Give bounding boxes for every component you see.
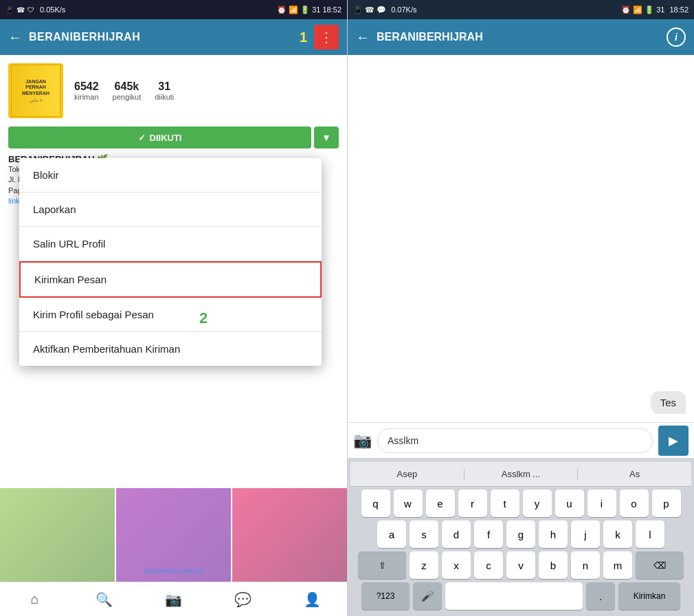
- key-space[interactable]: [445, 582, 583, 610]
- key-m[interactable]: m: [603, 551, 632, 579]
- suggestion-as[interactable]: As: [578, 469, 691, 479]
- send-button[interactable]: ▶: [658, 426, 689, 456]
- nav-search[interactable]: 🔍: [69, 582, 139, 617]
- notification-badge: 📱: [5, 6, 14, 14]
- key-mic[interactable]: 🎤: [413, 582, 442, 610]
- menu-item-salin-url[interactable]: Salin URL Profil: [19, 227, 322, 261]
- right-speed: 0.07K/s: [391, 6, 416, 14]
- key-v[interactable]: v: [506, 551, 535, 579]
- key-backspace[interactable]: ⌫: [636, 551, 684, 579]
- battery-icon: 🔋: [300, 6, 310, 14]
- right-battery-icon: 🔋: [645, 6, 654, 14]
- key-a[interactable]: a: [377, 520, 406, 548]
- key-t[interactable]: t: [491, 490, 519, 517]
- menu-item-blokir[interactable]: Blokir: [19, 158, 322, 192]
- key-h[interactable]: h: [539, 520, 568, 548]
- checkmark-icon: ✓: [138, 133, 146, 143]
- keyboard-row-4: ?123 🎤 . Kirimkan: [350, 582, 691, 610]
- alarm-icon: ⏰: [277, 6, 287, 14]
- right-status-left: 📱 ☎ 💬 0.07K/s: [353, 6, 417, 14]
- battery-percent: 31: [312, 6, 320, 14]
- key-g[interactable]: g: [506, 520, 535, 548]
- key-c[interactable]: c: [474, 551, 503, 579]
- follow-button[interactable]: ✓ DIIKUTI: [8, 126, 311, 148]
- key-b[interactable]: b: [539, 551, 568, 579]
- key-r[interactable]: r: [458, 490, 487, 517]
- right-alarm-icon: ⏰: [621, 6, 631, 14]
- key-y[interactable]: y: [523, 490, 552, 517]
- app-icon-2: 🛡: [27, 6, 34, 14]
- watermark: kusnendar.web.id: [144, 566, 203, 575]
- key-n[interactable]: n: [571, 551, 600, 579]
- key-i[interactable]: i: [587, 490, 616, 517]
- keyboard: Asep Asslkm ... As q w e r t y u i o p a…: [348, 458, 694, 616]
- follow-dropdown-button[interactable]: ▼: [314, 126, 339, 148]
- key-d[interactable]: d: [442, 520, 471, 548]
- suggestion-asslkm[interactable]: Asslkm ...: [464, 469, 579, 479]
- chevron-down-icon: ▼: [322, 132, 331, 143]
- key-p[interactable]: p: [652, 490, 681, 517]
- diikuti-count: 31: [155, 80, 174, 93]
- nav-messages[interactable]: 💬: [208, 582, 278, 617]
- send-icon: ▶: [669, 433, 678, 448]
- menu-item-aktifkan-notif[interactable]: Aktifkan Pemberitahuan Kiriman: [19, 332, 322, 366]
- right-app-icons: 📱 ☎ 💬: [353, 6, 386, 14]
- suggestion-asep[interactable]: Asep: [350, 469, 464, 479]
- key-w[interactable]: w: [394, 490, 423, 517]
- page-title: BERANIBERHIJRAH: [29, 31, 293, 43]
- nav-camera[interactable]: 📷: [139, 582, 208, 617]
- key-q[interactable]: q: [361, 490, 390, 517]
- kiriman-count: 6542: [74, 80, 99, 93]
- status-right-icons: ⏰ 📶 🔋 31 18:52: [277, 6, 342, 14]
- status-left-icons: 📱 ☎ 🛡 0.05K/s: [5, 6, 65, 14]
- speed-indicator: 0.05K/s: [40, 6, 65, 14]
- key-j[interactable]: j: [571, 520, 600, 548]
- bottom-nav: ⌂ 🔍 📷 💬 👤: [0, 582, 347, 616]
- key-l[interactable]: l: [636, 520, 664, 548]
- key-x[interactable]: x: [442, 551, 471, 579]
- post-thumb-3: [232, 488, 347, 582]
- pengikut-count: 645k: [113, 80, 142, 93]
- keyboard-row-3: ⇧ z x c v b n m ⌫: [350, 551, 691, 579]
- key-k[interactable]: k: [603, 520, 632, 548]
- app-icon-1: ☎: [16, 6, 25, 14]
- more-options-button[interactable]: ⋮: [314, 25, 339, 50]
- menu-item-kirim-profil[interactable]: Kirim Profil sebagai Pesan: [19, 298, 322, 332]
- info-icon: i: [675, 32, 678, 43]
- stat-kiriman: 6542 kiriman: [74, 80, 99, 101]
- menu-item-kirimkan-pesan[interactable]: Kirimkan Pesan: [19, 261, 322, 298]
- nav-profile[interactable]: 👤: [278, 582, 347, 617]
- right-status-bar: 📱 ☎ 💬 0.07K/s ⏰ 📶 🔋 31 18:52: [348, 0, 694, 19]
- keyboard-row-2: a s d f g h j k l: [350, 520, 691, 548]
- key-shift[interactable]: ⇧: [358, 551, 406, 579]
- key-f[interactable]: f: [474, 520, 503, 548]
- right-back-button[interactable]: ←: [356, 30, 370, 45]
- message-bubble: Tes: [651, 391, 686, 414]
- left-status-bar: 📱 ☎ 🛡 0.05K/s ⏰ 📶 🔋 31 18:52: [0, 0, 347, 19]
- camera-button[interactable]: 📷: [353, 432, 372, 450]
- stat-pengikut: 645k pengikut: [113, 80, 142, 101]
- avatar: JANGANPERNAHMENYERAH لا تياس: [8, 63, 63, 118]
- back-button[interactable]: ←: [8, 30, 22, 45]
- right-status-right: ⏰ 📶 🔋 31 18:52: [621, 6, 689, 14]
- message-input-field[interactable]: [377, 428, 653, 453]
- key-s[interactable]: s: [410, 520, 438, 548]
- key-u[interactable]: u: [555, 490, 584, 517]
- key-e[interactable]: e: [426, 490, 455, 517]
- key-enter[interactable]: Kirimkan: [618, 582, 680, 610]
- key-o[interactable]: o: [620, 490, 649, 517]
- diikuti-label: diikuti: [155, 93, 174, 101]
- right-panel: 📱 ☎ 💬 0.07K/s ⏰ 📶 🔋 31 18:52 ← BERANIBER…: [347, 0, 694, 616]
- key-z[interactable]: z: [410, 551, 438, 579]
- menu-item-laporkan[interactable]: Laporkan: [19, 192, 322, 227]
- nav-home[interactable]: ⌂: [0, 582, 69, 617]
- three-dots-icon: ⋮: [320, 30, 333, 44]
- info-button[interactable]: i: [667, 28, 686, 47]
- keyboard-suggestions: Asep Asslkm ... As: [350, 462, 691, 487]
- right-page-title: BERANIBERHIJRAH: [377, 31, 660, 43]
- key-period[interactable]: .: [586, 582, 615, 610]
- keyboard-row-1: q w e r t y u i o p: [350, 490, 691, 517]
- time-display: 18:52: [322, 6, 342, 14]
- key-num-switch[interactable]: ?123: [361, 582, 410, 610]
- right-app-bar: ← BERANIBERHIJRAH i: [348, 19, 694, 55]
